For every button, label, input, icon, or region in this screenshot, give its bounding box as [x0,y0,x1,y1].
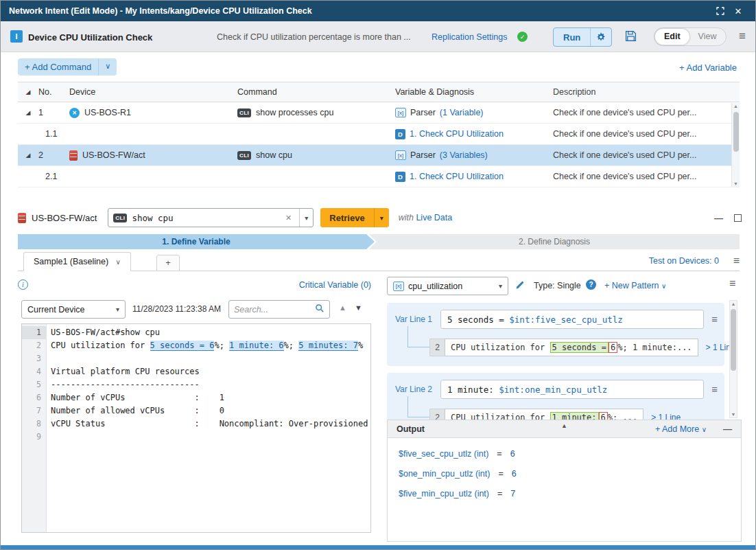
device-scope-select[interactable]: Current Device ▾ [21,300,126,319]
detail-device-name: US-BOS-FW/act [32,213,97,223]
add-more-link[interactable]: + Add More [655,424,699,434]
editor-line-number: 6 [22,391,46,404]
match-preview-box[interactable]: CPU utilization for 5 seconds =6%; 1 min… [445,339,698,356]
var-line-2-menu-icon[interactable]: ≡ [711,383,718,395]
table-scrollbar[interactable]: ▲ ▼ [731,103,740,187]
step-define-variable[interactable]: 1. Define Variable [18,234,375,249]
diagnosis-link[interactable]: 1. Check CPU Utilization [410,129,504,139]
parser-icon: [x] [395,108,406,117]
device-name: US-BOS-R1 [84,108,131,117]
command-input-combo[interactable]: CLI show cpu ✕ ▾ [108,208,314,227]
table-row[interactable]: 2.1 D 1. Check CPU Utilization Check if … [18,166,740,187]
table-row[interactable]: ◢ 1 ✕ US-BOS-R1 CLI show processes cpu [… [18,102,740,124]
command-input-value[interactable]: show cpu [132,213,278,223]
search-input[interactable] [234,305,315,314]
retrieve-caret-icon[interactable]: ▾ [374,208,389,227]
find-previous-icon[interactable]: ▲ [339,303,346,312]
var-line-2-pattern-input[interactable]: 1 minute: $int:one_min_cpu_utlz [440,380,704,399]
search-icon[interactable] [315,303,324,315]
step-define-diagnosis[interactable]: 2. Define Diagnosis [369,234,740,249]
scroll-down-icon[interactable]: ▼ [730,412,737,417]
table-row-selected[interactable]: ◢ 2 US-BOS-FW/act CLI show cpu [x] Parse… [18,145,740,166]
parser-variables-link[interactable]: (3 Variables) [440,150,488,160]
close-icon[interactable]: ✕ [729,3,747,19]
row-number: 1.1 [38,129,69,139]
scroll-up-icon[interactable]: ▲ [732,104,740,108]
toolbar-menu-icon[interactable]: ≡ [739,30,746,43]
collapse-all-icon[interactable]: ◢ [18,89,38,95]
new-pattern-link[interactable]: + New Pattern [604,281,659,290]
var-line-1-label: Var Line 1 [395,314,432,324]
add-command-caret-icon[interactable]: ∨ [98,58,117,76]
var-line-1-match-row: 2 CPU utilization for 5 seconds =6%; 1 m… [429,339,735,356]
restore-window-icon[interactable] [711,3,729,19]
parser-variables-link[interactable]: (1 Variable) [440,108,484,117]
sample-text-editor[interactable]: 123456789 US-BOS-FW/act#show cpuCPU util… [21,323,371,533]
output-variable-value: 6 [510,449,515,459]
var-line-1-menu-icon[interactable]: ≡ [711,313,718,325]
scroll-up-icon[interactable]: ▲ [730,301,737,306]
row-expand-icon[interactable]: ◢ [18,152,38,159]
parser-icon: [x] [395,150,406,160]
edit-mode-button[interactable]: Edit [655,29,689,45]
tab-sample1-baseline[interactable]: Sample1 (Baseline) ∨ [23,252,131,271]
var-line-1-pattern-input[interactable]: 5 seconds = $int:five_sec_cpu_utlz [440,310,704,329]
add-command-button[interactable]: + Add Command ∨ [18,58,117,76]
panel-maximize-icon[interactable] [734,214,742,222]
test-on-devices-link[interactable]: Test on Devices: 0 [649,256,719,266]
add-sample-tab-button[interactable]: + [156,255,180,271]
match-connector-line [407,326,429,347]
parser-menu-icon[interactable]: ≡ [729,277,735,290]
live-data-link[interactable]: Live Data [416,213,452,222]
sample-tab-caret-icon[interactable]: ∨ [116,258,121,266]
row-expand-icon[interactable]: ◢ [18,109,38,116]
run-settings-gear-icon[interactable] [590,28,611,46]
view-mode-button[interactable]: View [689,29,726,45]
output-collapse-icon[interactable]: ▲ [561,422,567,429]
run-button[interactable]: Run [554,28,590,46]
critical-variable-link[interactable]: Critical Variable (0) [299,280,371,290]
match-pre-text: CPU utilization for [451,343,550,352]
device-command-row: US-BOS-FW/act CLI show cpu ✕ ▾ Retrieve … [18,207,742,229]
retrieve-button[interactable]: Retrieve [320,208,373,227]
info-icon[interactable]: i [18,279,28,290]
pattern-scrollbar[interactable]: ▲ ▼ [729,300,737,418]
editor-code[interactable]: US-BOS-FW/act#show cpuCPU utilization fo… [47,324,370,532]
search-box[interactable] [228,300,330,319]
panel-minimize-icon[interactable]: — [714,213,723,223]
parser-label: Parser [410,108,436,117]
title-bar: Network Intent (Edit Mode) - My Intents/… [1,1,755,21]
parser-variable-select[interactable]: [x] cpu_utilization ▾ [387,277,508,295]
cli-badge: CLI [237,151,251,160]
scrollbar-thumb[interactable] [733,112,739,152]
diagnosis-link[interactable]: 1. Check CPU Utilization [410,172,504,181]
scroll-down-icon[interactable]: ▼ [732,181,740,186]
var-line-1-block: Var Line 1 5 seconds = $int:five_sec_cpu… [387,303,724,366]
command-dropdown-caret-icon[interactable]: ▾ [299,209,313,227]
header-variable-diagnosis: Variable & Diagnosis [395,87,553,97]
router-device-icon: ✕ [69,108,80,118]
scrollbar-thumb[interactable] [731,309,736,371]
match-key-highlight: 5 seconds = [550,342,609,353]
output-minimize-icon[interactable]: — [723,424,732,434]
edit-variable-pencil-icon[interactable] [515,280,525,292]
output-variable-value: 7 [510,489,515,499]
editor-line-number: 2 [22,339,46,352]
help-icon[interactable]: ? [586,279,596,290]
add-more-caret-icon[interactable]: ∨ [702,426,707,433]
header-command: Command [237,87,395,97]
tab-bar-menu-icon[interactable]: ≡ [733,255,740,267]
editor-line-number: 8 [22,417,46,431]
pattern-text: 5 seconds = [447,314,509,325]
add-variable-link[interactable]: + Add Variable [679,62,737,73]
new-pattern-caret-icon[interactable]: ∨ [661,282,666,290]
find-next-icon[interactable]: ▼ [355,303,362,312]
editor-line-number: 5 [22,378,46,391]
table-row[interactable]: 1.1 D 1. Check CPU Utilization Check if … [18,124,740,145]
editor-code-line: Number of vCPUs : 1 [51,391,370,404]
output-header: Output ▲ + Add More ∨ — [388,420,741,438]
clear-input-icon[interactable]: ✕ [283,214,294,222]
save-icon[interactable] [625,30,637,44]
replication-settings-link[interactable]: Replication Settings [432,32,507,42]
editor-line-number: 7 [22,404,46,417]
